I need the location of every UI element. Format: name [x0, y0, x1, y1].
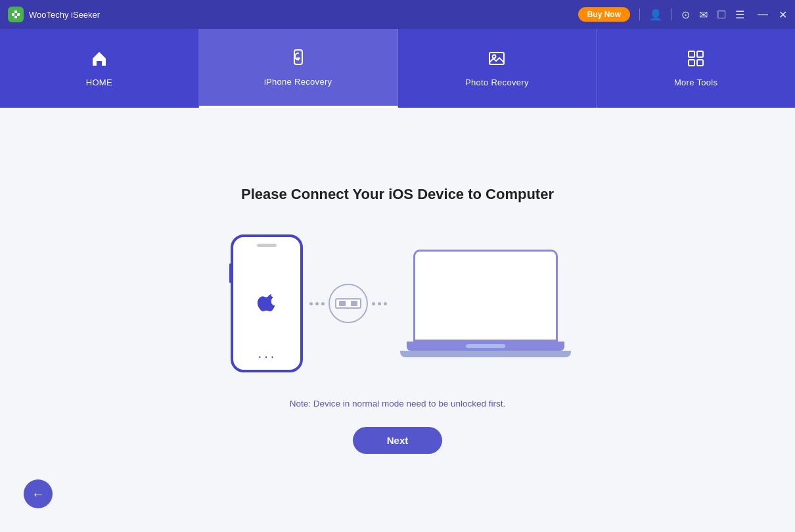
menu-icon[interactable]: ☰ [735, 9, 744, 21]
svg-rect-0 [12, 13, 14, 16]
nav-home[interactable]: HOME [0, 29, 199, 108]
app-logo [8, 7, 24, 22]
more-tools-icon [687, 49, 705, 72]
svg-rect-3 [14, 16, 17, 18]
laptop-screen [413, 250, 558, 342]
svg-point-6 [493, 55, 496, 58]
nav-photo-recovery[interactable]: Photo Recovery [398, 29, 597, 108]
svg-rect-9 [689, 60, 694, 66]
window-controls: — ✕ [758, 9, 787, 21]
iphone-device: • • • [231, 234, 303, 372]
mail-icon[interactable]: ✉ [699, 9, 708, 21]
nav-more-tools[interactable]: More Tools [597, 29, 795, 108]
close-button[interactable]: ✕ [779, 9, 787, 21]
laptop-bottom [400, 351, 571, 357]
nav-more-tools-label: More Tools [674, 78, 717, 87]
svg-rect-1 [14, 11, 17, 13]
dots-left [309, 302, 325, 305]
nav-iphone-recovery-label: iPhone Recovery [264, 77, 332, 87]
back-button[interactable]: ← [24, 479, 53, 508]
nav-photo-recovery-label: Photo Recovery [465, 78, 529, 87]
laptop-notch [466, 344, 505, 348]
connect-title: Please Connect Your iOS Device to Comput… [241, 186, 554, 203]
photo-recovery-icon [488, 49, 506, 72]
usb-connector [329, 284, 368, 323]
settings-icon[interactable]: ⊙ [681, 9, 690, 21]
navbar: HOME iPhone Recovery Photo Recovery [0, 29, 795, 108]
dot5 [378, 302, 381, 305]
svg-rect-7 [689, 51, 694, 57]
chat-icon[interactable]: ☐ [717, 9, 726, 21]
nav-home-label: HOME [86, 78, 112, 87]
svg-rect-2 [17, 13, 20, 16]
svg-rect-12 [339, 301, 346, 306]
iphone-recovery-icon [289, 49, 307, 72]
main-content: Please Connect Your iOS Device to Comput… [0, 108, 795, 532]
dot3 [321, 302, 325, 305]
home-icon [90, 49, 108, 72]
cable-connector [309, 284, 387, 323]
svg-rect-13 [351, 301, 357, 306]
laptop-base [407, 342, 564, 351]
titlebar-divider2 [671, 9, 672, 20]
back-arrow-icon: ← [32, 487, 45, 502]
note-text: Note: Device in normal mode need to be u… [290, 399, 506, 409]
apple-icon [257, 292, 277, 316]
dots-right [372, 302, 387, 305]
iphone-status-dots: • • • [259, 354, 275, 361]
laptop-device [407, 250, 564, 357]
app-title: WooTechy iSeeker [29, 10, 578, 20]
minimize-button[interactable]: — [758, 9, 768, 21]
dot6 [384, 302, 387, 305]
dot1 [309, 302, 313, 305]
svg-rect-5 [489, 53, 504, 64]
svg-rect-8 [697, 51, 703, 57]
svg-rect-10 [697, 60, 703, 66]
titlebar-divider [639, 9, 640, 20]
next-button[interactable]: Next [353, 427, 443, 454]
nav-iphone-recovery[interactable]: iPhone Recovery [199, 29, 398, 108]
user-icon[interactable]: 👤 [649, 9, 662, 21]
titlebar: WooTechy iSeeker Buy Now 👤 ⊙ ✉ ☐ ☰ — ✕ [0, 0, 795, 29]
dot4 [372, 302, 375, 305]
dot2 [315, 302, 319, 305]
titlebar-actions: Buy Now 👤 ⊙ ✉ ☐ ☰ — ✕ [578, 7, 787, 22]
buy-now-button[interactable]: Buy Now [578, 7, 630, 22]
device-illustration: • • • [231, 234, 564, 372]
